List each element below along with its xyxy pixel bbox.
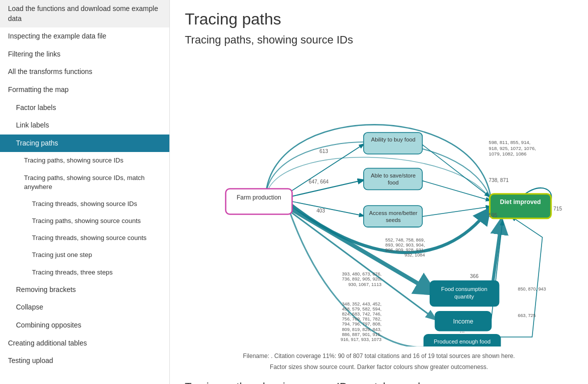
svg-text:552, 748, 758, 869,: 552, 748, 758, 869, <box>385 238 425 242</box>
svg-text:916, 917, 933, 1073: 916, 917, 933, 1073 <box>341 337 382 342</box>
svg-text:403: 403 <box>316 208 325 214</box>
svg-text:756, 769, 781, 782,: 756, 769, 781, 782, <box>342 316 381 322</box>
svg-text:886, 887, 901, 915,: 886, 887, 901, 915, <box>342 332 381 337</box>
sidebar-item-link-labels[interactable]: Link labels <box>0 116 169 134</box>
svg-text:Income: Income <box>453 318 473 325</box>
svg-text:893, 902, 903, 904,: 893, 902, 903, 904, <box>385 242 425 248</box>
main-content: Tracing paths Tracing paths, showing sou… <box>170 0 588 384</box>
svg-rect-10 <box>226 188 292 214</box>
sidebar-item-combining-opposites[interactable]: Combining opposites <box>0 316 169 334</box>
sidebar-item-collapse[interactable]: Collapse <box>0 298 169 316</box>
sidebar-item-tracing-three-steps[interactable]: Tracing threads, three steps <box>0 264 169 281</box>
sidebar-item-inspecting[interactable]: Inspecting the example data file <box>0 28 169 46</box>
sidebar-item-filtering-links[interactable]: Filtering the links <box>0 46 169 64</box>
next-section-title: Tracing paths, showing source IDs, match… <box>185 380 573 384</box>
svg-text:Diet improved: Diet improved <box>500 198 541 206</box>
svg-text:348, 352, 443, 452,: 348, 352, 443, 452, <box>342 302 381 306</box>
svg-text:647, 664: 647, 664 <box>309 179 329 184</box>
svg-line-5 <box>420 142 489 196</box>
sidebar-item-formatting-map[interactable]: Formatting the map <box>0 81 169 99</box>
sidebar-item-testing-upload[interactable]: Testing upload <box>0 352 169 370</box>
svg-text:Produced enough food: Produced enough food <box>434 338 491 344</box>
svg-text:Food consumption: Food consumption <box>441 286 487 292</box>
svg-text:930, 1067, 1113: 930, 1067, 1113 <box>348 282 381 287</box>
sidebar-item-tracing-threads-source-ids[interactable]: Tracing threads, showing source IDs <box>0 196 169 212</box>
svg-text:794, 796, 797, 808,: 794, 796, 797, 808, <box>342 322 381 326</box>
svg-text:598, 811, 855, 914,: 598, 811, 855, 914, <box>489 140 531 145</box>
svg-text:seeds: seeds <box>386 217 401 223</box>
svg-rect-14 <box>364 168 423 190</box>
svg-text:366: 366 <box>470 274 479 279</box>
svg-text:393, 480, 673, 676,: 393, 480, 673, 676, <box>342 272 381 276</box>
svg-text:906, 909, 928, 931,: 906, 909, 928, 931, <box>385 248 425 252</box>
sidebar-item-tracing-source-ids-match[interactable]: Tracing paths, showing source IDs, match… <box>0 170 169 196</box>
svg-text:Farm production: Farm production <box>237 194 281 201</box>
sidebar: Load the functions and download some exa… <box>0 0 170 384</box>
svg-text:quantity: quantity <box>455 294 475 300</box>
caption-line1: Filename: . Citation coverage 11%: 90 of… <box>185 352 573 360</box>
svg-text:458, 579, 582, 594,: 458, 579, 582, 594, <box>342 306 381 312</box>
sidebar-item-all-transforms[interactable]: All the transforms functions <box>0 63 169 81</box>
sidebar-item-tracing-source-ids[interactable]: Tracing paths, showing source IDs <box>0 152 169 169</box>
page-title: Tracing paths <box>185 10 573 28</box>
svg-text:715: 715 <box>554 206 562 212</box>
sidebar-item-load-functions[interactable]: Load the functions and download some exa… <box>0 0 169 28</box>
svg-text:736, 892, 905, 920,: 736, 892, 905, 920, <box>342 276 381 282</box>
svg-text:food: food <box>388 180 399 186</box>
svg-text:809, 819, 829, 843,: 809, 819, 829, 843, <box>342 327 381 332</box>
svg-rect-12 <box>364 132 423 154</box>
svg-text:Access more/better: Access more/better <box>369 210 418 216</box>
svg-text:...: ... <box>460 327 465 334</box>
caption-line2: Factor sizes show source count. Darker f… <box>185 364 573 370</box>
svg-text:663, 725: 663, 725 <box>518 313 536 318</box>
svg-rect-28 <box>490 194 551 218</box>
diagram-svg: Farm production Ability to buy food Able… <box>185 56 573 346</box>
sidebar-item-creating-tables[interactable]: Creating additional tables <box>0 334 169 352</box>
sidebar-item-tracing-source-counts[interactable]: Tracing paths, showing source counts <box>0 212 169 230</box>
svg-line-7 <box>420 206 490 216</box>
sidebar-item-tracing-one-step[interactable]: Tracing just one step <box>0 246 169 264</box>
svg-text:738, 871: 738, 871 <box>489 178 509 183</box>
svg-text:613: 613 <box>320 148 328 154</box>
svg-text:918, 925, 1072, 1076,: 918, 925, 1072, 1076, <box>489 146 536 151</box>
diagram-container: Farm production Ability to buy food Able… <box>185 56 573 370</box>
sidebar-item-factor-labels[interactable]: Factor labels <box>0 99 169 117</box>
sidebar-item-removing-brackets[interactable]: Removing brackets <box>0 281 169 299</box>
svg-text:932, 1084: 932, 1084 <box>405 252 425 258</box>
sidebar-item-tracing-paths[interactable]: Tracing paths <box>0 134 169 152</box>
svg-rect-17 <box>364 206 423 227</box>
svg-text:Ability to buy food: Ability to buy food <box>371 136 416 142</box>
svg-text:850, 870, 943: 850, 870, 943 <box>518 286 546 292</box>
svg-text:1079, 1082, 1086: 1079, 1082, 1086 <box>489 151 527 156</box>
sidebar-item-tracing-threads-source-counts[interactable]: Tracing threads, showing source counts <box>0 230 169 246</box>
section-title: Tracing paths, showing source IDs <box>185 34 573 46</box>
svg-text:595: 595 <box>489 212 497 218</box>
svg-line-6 <box>420 180 490 200</box>
svg-text:824, 683, 742, 746,: 824, 683, 742, 746, <box>342 312 381 316</box>
svg-text:Able to save/store: Able to save/store <box>371 172 416 178</box>
